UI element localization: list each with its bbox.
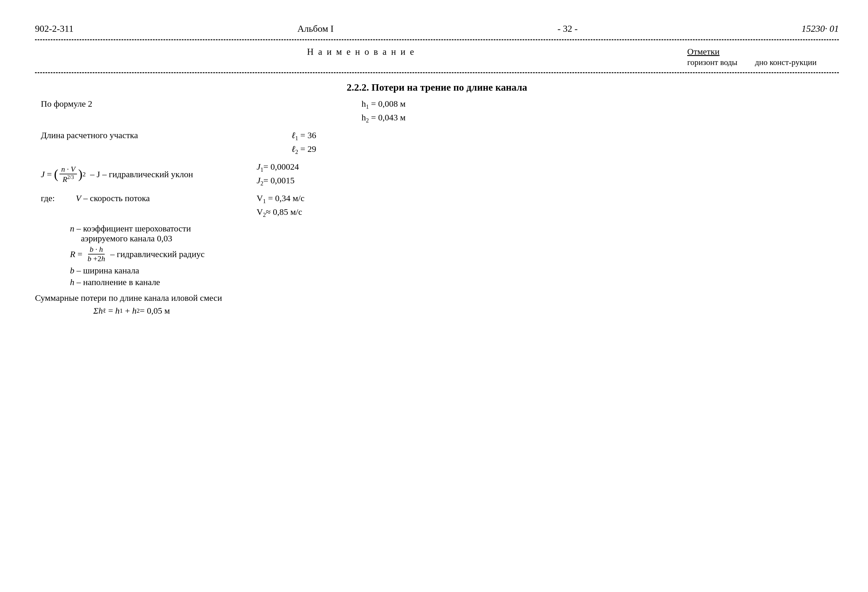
header-row: 902-2-311 Альбом I - 32 - 15230· 01 [35, 23, 839, 34]
page: 902-2-311 Альбом I - 32 - 15230· 01 Н а … [0, 0, 868, 592]
section-title: 2.2.2. Потери на трение по длине канала [35, 82, 839, 93]
summary-formula: Σhℓ = h1 + h2= 0,05 м [35, 306, 170, 316]
doc-id: 15230· 01 [802, 23, 839, 34]
album-label: Альбом I [297, 23, 334, 34]
dno-konstr-label: дно конст-рукции [755, 58, 817, 67]
b-label: b – ширина канала [70, 265, 839, 275]
l1-value: ℓ1 = 36 [292, 130, 316, 142]
h-label: h – наполнение в канале [70, 277, 839, 287]
v1-value: V1 = 0,34 м/с [257, 193, 304, 205]
summary-block: Суммарные потери по длине канала иловой … [35, 293, 839, 316]
gorizont-label: горизонт воды [687, 58, 737, 67]
n-block: n – коэффициент шероховатости аэрируемог… [35, 224, 839, 287]
where-label: где: [41, 193, 76, 203]
col-name-header: Н а и м е н о в а н и е [35, 47, 687, 57]
v-label: V – скорость потока [76, 193, 245, 203]
j1-value: J1= 0,00024 [257, 162, 299, 173]
top-divider [35, 39, 839, 40]
j-label: J – гидравлический уклон [96, 169, 193, 179]
column-headers: Н а и м е н о в а н и е Отметки горизонт… [35, 43, 839, 69]
R-formula-row: R = b · h b +2h – гидравлический радиус [70, 245, 205, 263]
bottom-header-divider [35, 72, 839, 73]
page-number: - 32 - [558, 23, 577, 34]
h1-value: h1 = 0,008 м [362, 99, 406, 110]
n-label: n – коэффициент шероховатости аэрируемог… [70, 224, 839, 243]
j2-value: J2= 0,0015 [257, 175, 299, 187]
doc-number: 902-2-311 [35, 23, 74, 34]
summary-title: Суммарные потери по длине канала иловой … [35, 293, 839, 303]
length-label: Длина расчетного участка [41, 130, 245, 140]
otmetki-title: Отметки [687, 47, 720, 56]
formula-ref: По формуле 2 [41, 99, 245, 109]
otmetki-sub: горизонт воды дно конст-рукции [687, 58, 817, 67]
l2-value: ℓ2 = 29 [292, 144, 316, 155]
v2-value: V2≈ 0,85 м/с [257, 207, 304, 218]
col-otmetki-header: Отметки горизонт воды дно конст-рукции [687, 47, 839, 67]
R-label: гидравлический радиус [117, 249, 204, 259]
h2-value: h2 = 0,043 м [362, 112, 406, 124]
